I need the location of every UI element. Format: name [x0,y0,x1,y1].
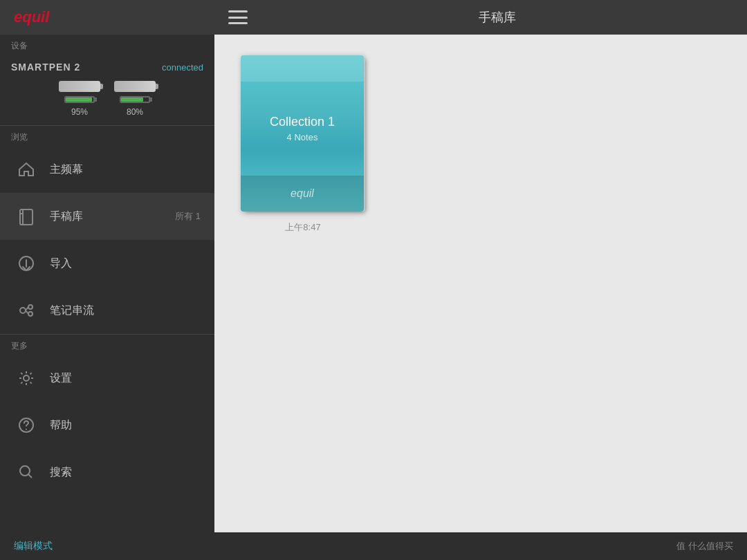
sidebar-item-label-help: 帮助 [50,418,201,433]
battery-fill-1 [66,97,92,102]
collection-title: Collection 1 [270,115,335,129]
svg-point-8 [20,466,30,476]
cover-top-band [241,55,364,82]
search-icon [14,460,39,485]
settings-icon [14,366,39,391]
help-icon [14,413,39,438]
page-title: 手稿库 [261,9,733,26]
sidebar-item-home[interactable]: 主频幕 [0,146,214,193]
sidebar-item-label-drafts: 手稿库 [50,209,175,224]
svg-point-5 [24,375,29,381]
app-footer: 编辑模式 值 什么值得买 [0,532,747,560]
edit-mode-button[interactable]: 编辑模式 [14,540,53,552]
collection-card[interactable]: Collection 1 4 Notes equil 上午8:47 [235,55,371,234]
pen-icon-2 [114,81,156,92]
sidebar-item-label-import: 导入 [50,256,201,271]
sidebar-item-settings[interactable]: 设置 [0,355,214,402]
battery-pct-1: 95% [71,107,88,117]
sidebar-item-label-settings: 设置 [50,371,201,386]
svg-point-7 [26,429,27,430]
svg-point-4 [28,312,33,316]
svg-point-2 [20,308,26,313]
pen-icon-1 [59,81,100,92]
collection-subtitle: 4 Notes [287,132,318,142]
menu-icon[interactable] [228,10,248,24]
device-batteries: 95% 80% [11,81,203,117]
main-layout: 设备 SMARTPEN 2 connected 95% [0,35,747,532]
import-icon [14,251,39,276]
footer-watermark: 值 什么值得买 [676,540,733,552]
sidebar-section-more: 更多 [0,335,214,355]
device-name: SMARTPEN 2 [11,62,80,73]
notebook: Collection 1 4 Notes equil [241,55,365,214]
sidebar-item-search[interactable]: 搜索 [0,449,214,496]
home-icon [14,157,39,182]
app-logo: equil [14,8,228,26]
cover-logo: equil [290,187,314,200]
cover-middle: Collection 1 4 Notes [241,82,364,176]
battery-bar-2 [120,96,150,103]
drafts-icon [14,204,39,229]
sidebar-item-help[interactable]: 帮助 [0,402,214,449]
content-area: Collection 1 4 Notes equil 上午8:47 [214,35,747,532]
sidebar: 设备 SMARTPEN 2 connected 95% [0,35,214,532]
device-status: connected [162,62,203,73]
battery-fill-2 [121,97,143,102]
sidebar-item-drafts[interactable]: 手稿库 所有 1 [0,193,214,240]
device-header: SMARTPEN 2 connected [11,62,203,73]
sidebar-section-browse: 浏览 [0,126,214,146]
sidebar-item-label-search: 搜索 [50,465,201,480]
battery-bar-1 [64,96,95,103]
sidebar-item-stream[interactable]: 笔记串流 [0,287,214,334]
device-section: SMARTPEN 2 connected 95% 80% [0,55,214,125]
stream-icon [14,298,39,323]
sidebar-section-device: 设备 [0,35,214,55]
notebook-cover: Collection 1 4 Notes equil [241,55,364,212]
cover-bottom-band: equil [241,176,364,212]
sidebar-item-badge-drafts: 所有 1 [175,210,201,223]
battery-1: 95% [59,81,100,117]
sidebar-item-import[interactable]: 导入 [0,240,214,287]
battery-2: 80% [114,81,156,117]
collection-time: 上午8:47 [285,221,320,234]
app-header: equil 手稿库 [0,0,747,35]
svg-rect-0 [20,209,33,225]
battery-pct-2: 80% [127,107,143,117]
sidebar-item-label-home: 主频幕 [50,162,201,177]
svg-point-3 [28,305,33,309]
sidebar-item-label-stream: 笔记串流 [50,304,201,318]
